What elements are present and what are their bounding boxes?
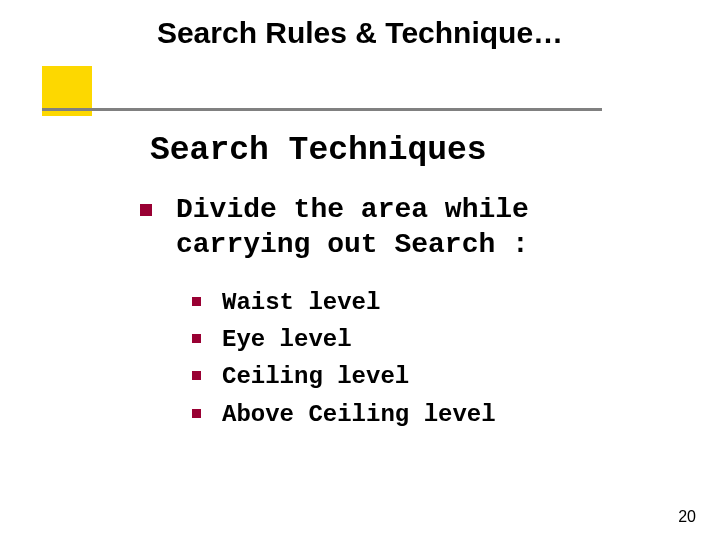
sub-list: Waist level Eye level Ceiling level Abov… [186, 284, 670, 433]
decoration-horizontal-rule [42, 108, 602, 111]
list-item: Divide the area while carrying out Searc… [130, 192, 670, 262]
square-bullet-icon [192, 297, 201, 306]
list-item-text: Ceiling level [222, 363, 409, 390]
square-bullet-icon [192, 409, 201, 418]
square-bullet-icon [140, 204, 152, 216]
square-bullet-icon [192, 334, 201, 343]
body-content: Divide the area while carrying out Searc… [130, 192, 670, 433]
square-bullet-icon [192, 371, 201, 380]
section-subtitle: Search Techniques [150, 132, 487, 169]
list-item-text: Eye level [222, 326, 352, 353]
slide: Search Rules & Technique… Search Techniq… [0, 0, 720, 540]
list-item: Above Ceiling level [186, 396, 670, 433]
list-item-text: Above Ceiling level [222, 401, 496, 428]
list-item-text: Divide the area while carrying out Searc… [176, 194, 529, 260]
list-item: Ceiling level [186, 358, 670, 395]
page-title: Search Rules & Technique… [0, 16, 720, 50]
list-item-text: Waist level [222, 289, 380, 316]
list-item: Waist level [186, 284, 670, 321]
list-item: Eye level [186, 321, 670, 358]
slide-number: 20 [678, 508, 696, 526]
